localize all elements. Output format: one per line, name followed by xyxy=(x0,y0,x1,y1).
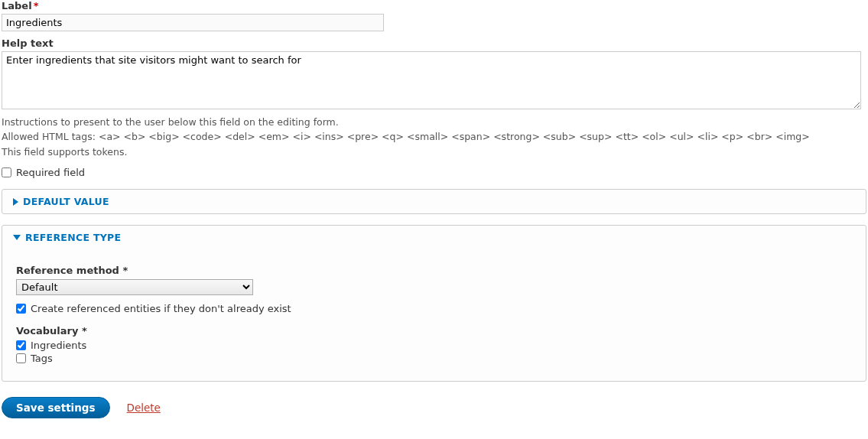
required-marker: * xyxy=(34,0,39,11)
create-entities-checkbox[interactable] xyxy=(16,304,26,314)
help-desc-allowed-tags: Allowed HTML tags: <a> <b> <big> <code> … xyxy=(2,129,866,144)
required-field-checkbox[interactable] xyxy=(2,167,11,177)
vocab-option-ingredients-label: Ingredients xyxy=(31,340,86,351)
default-value-title: DEFAULT VALUE xyxy=(23,196,109,207)
label-field-label: Label* xyxy=(2,0,866,11)
required-marker: * xyxy=(119,265,128,276)
help-text-textarea[interactable]: Enter ingredients that site visitors mig… xyxy=(2,51,861,109)
label-input[interactable] xyxy=(2,14,384,31)
default-value-fieldset: DEFAULT VALUE xyxy=(2,189,866,214)
reference-method-label: Reference method xyxy=(16,265,119,276)
required-marker: * xyxy=(78,325,86,337)
help-text-label: Help text xyxy=(2,37,866,49)
vocab-option-tags-label: Tags xyxy=(31,353,53,364)
save-settings-button[interactable]: Save settings xyxy=(2,397,110,418)
delete-link[interactable]: Delete xyxy=(127,402,161,414)
vocabulary-label: Vocabulary xyxy=(16,325,78,337)
chevron-down-icon xyxy=(13,235,21,240)
reference-type-title: REFERENCE TYPE xyxy=(25,232,121,243)
reference-type-summary[interactable]: REFERENCE TYPE xyxy=(2,226,866,249)
reference-method-select[interactable]: Default xyxy=(16,279,253,295)
help-desc-tokens: This field supports tokens. xyxy=(2,145,866,159)
required-field-label: Required field xyxy=(16,167,85,178)
vocab-option-ingredients-checkbox[interactable] xyxy=(16,340,26,350)
chevron-right-icon xyxy=(13,198,18,206)
reference-type-fieldset: REFERENCE TYPE Reference method * Defaul… xyxy=(2,225,866,382)
default-value-summary[interactable]: DEFAULT VALUE xyxy=(2,190,866,213)
create-entities-label: Create referenced entities if they don't… xyxy=(31,303,291,314)
vocab-option-tags-checkbox[interactable] xyxy=(16,353,26,363)
help-desc-instructions: Instructions to present to the user belo… xyxy=(2,115,866,129)
